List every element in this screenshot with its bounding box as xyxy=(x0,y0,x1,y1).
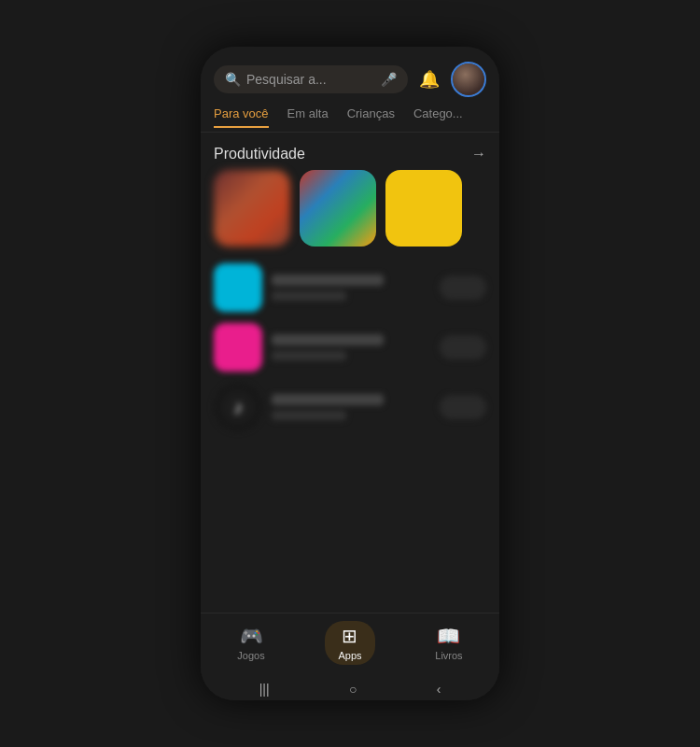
tab-categorias[interactable]: Catego... xyxy=(413,106,463,128)
tab-para-voce[interactable]: Para você xyxy=(214,106,269,128)
search-placeholder: Pesquisar a... xyxy=(246,72,375,87)
home-button[interactable]: ○ xyxy=(349,682,357,697)
books-icon: 📖 xyxy=(437,625,460,647)
back-button[interactable]: ‹ xyxy=(437,682,441,697)
app-list-icon-magenta xyxy=(214,323,262,372)
nav-item-apps[interactable]: ⊞ Apps xyxy=(325,621,374,665)
apps-icon: ⊞ xyxy=(342,625,357,647)
mic-icon[interactable]: 🎤 xyxy=(381,72,397,87)
tab-em-alta[interactable]: Em alta xyxy=(287,106,329,128)
tab-criancas[interactable]: Crianças xyxy=(347,106,395,128)
app-name-1 xyxy=(272,275,384,286)
phone-content: 🔍 Pesquisar a... 🎤 🔔 Para você Em alta C… xyxy=(201,47,499,700)
search-icon: 🔍 xyxy=(225,72,241,87)
avatar-image xyxy=(453,63,484,95)
arrow-icon[interactable]: → xyxy=(471,146,486,162)
app-list-text-2 xyxy=(272,334,430,360)
recents-button[interactable]: ||| xyxy=(259,682,270,697)
header: 🔍 Pesquisar a... 🎤 🔔 xyxy=(201,47,499,106)
nav-label-jogos: Jogos xyxy=(237,650,264,661)
app-name-2 xyxy=(272,334,384,345)
list-item-2 xyxy=(201,317,499,377)
nav-item-jogos[interactable]: 🎮 Jogos xyxy=(224,621,277,665)
section-header: Produtividade → xyxy=(201,133,499,170)
search-bar[interactable]: 🔍 Pesquisar a... 🎤 xyxy=(214,65,408,93)
tabs-bar: Para você Em alta Crianças Catego... xyxy=(201,106,499,133)
app-icon-2[interactable] xyxy=(300,170,376,247)
app-icon-1[interactable] xyxy=(214,170,290,247)
app-list-icon-cyan xyxy=(214,263,262,312)
app-sub-3 xyxy=(272,411,346,420)
app-sub-2 xyxy=(272,351,346,360)
app-action-2[interactable] xyxy=(440,335,486,359)
bottom-nav: 🎮 Jogos ⊞ Apps 📖 Livros xyxy=(201,613,499,674)
nav-label-livros: Livros xyxy=(435,650,462,661)
avatar[interactable] xyxy=(451,62,486,97)
phone-shell: 🔍 Pesquisar a... 🎤 🔔 Para você Em alta C… xyxy=(201,47,499,700)
content-area: Produtividade → xyxy=(201,133,499,613)
nav-label-apps: Apps xyxy=(338,650,361,661)
system-bar: ||| ○ ‹ xyxy=(201,674,499,700)
bell-icon[interactable]: 🔔 xyxy=(415,65,443,93)
app-sub-1 xyxy=(272,291,346,301)
app-list-text-3 xyxy=(272,394,430,420)
app-list-text-1 xyxy=(272,275,430,301)
section-title: Produtividade xyxy=(214,146,305,162)
app-icon-3[interactable] xyxy=(385,170,462,247)
app-action-3[interactable] xyxy=(440,395,486,419)
app-action-1[interactable] xyxy=(440,275,486,300)
app-name-3 xyxy=(272,394,384,405)
list-item-3: ♪ xyxy=(201,377,499,437)
list-item-1 xyxy=(201,258,499,317)
app-list-icon-tiktok: ♪ xyxy=(214,383,262,431)
app-grid-row xyxy=(201,170,499,258)
gamepad-icon: 🎮 xyxy=(240,625,263,647)
nav-item-livros[interactable]: 📖 Livros xyxy=(422,621,475,665)
